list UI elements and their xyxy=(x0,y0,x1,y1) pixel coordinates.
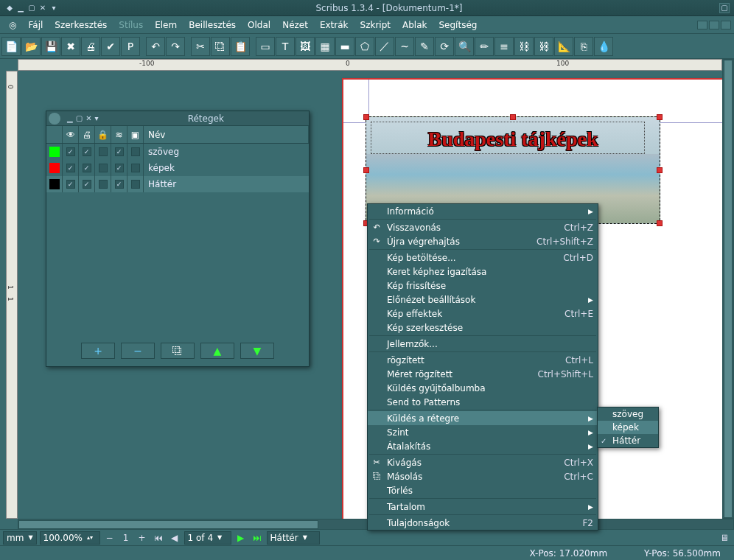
ctx-attributes[interactable]: Jellemzők... xyxy=(368,337,598,351)
shape-button[interactable]: ▬ xyxy=(335,37,354,56)
new-button[interactable]: 📄 xyxy=(1,37,21,56)
nav-last-button[interactable]: ⏭ xyxy=(251,531,264,545)
layer-outline-checkbox[interactable] xyxy=(127,176,144,192)
ctx-level[interactable]: Szint▶ xyxy=(368,425,598,439)
handle-se[interactable] xyxy=(657,220,663,226)
layer-visible-checkbox[interactable]: ✓ xyxy=(63,160,79,176)
select-button[interactable]: ▭ xyxy=(256,37,275,56)
nav-prev-button[interactable]: ◀ xyxy=(168,531,181,545)
page-combo[interactable]: 1 of 4▼ xyxy=(184,531,231,545)
layer-print-checkbox[interactable]: ✓ xyxy=(79,176,95,192)
zoom-button[interactable]: 🔍 xyxy=(455,37,474,56)
layer-lock-checkbox[interactable] xyxy=(95,144,111,160)
edit-contents-button[interactable]: ✏ xyxy=(475,37,494,56)
layer-flow-checkbox[interactable]: ✓ xyxy=(111,160,127,176)
panel-close-icon[interactable]: ✕ xyxy=(85,114,91,122)
layer-flow-checkbox[interactable]: ✓ xyxy=(111,144,127,160)
ctx-content[interactable]: Tartalom▶ xyxy=(368,500,598,514)
ctx-send-to-layer[interactable]: Küldés a rétegre▶ xyxy=(368,411,598,425)
layer-lock-checkbox[interactable] xyxy=(95,160,111,176)
pdf-button[interactable]: P xyxy=(121,37,140,56)
preflight-button[interactable]: ✔ xyxy=(101,37,120,56)
layer-print-checkbox[interactable]: ✓ xyxy=(79,160,95,176)
save-button[interactable]: 💾 xyxy=(41,37,60,56)
handle-e[interactable] xyxy=(657,167,663,173)
table-button[interactable]: ▦ xyxy=(315,37,335,56)
open-button[interactable]: 📂 xyxy=(21,37,41,56)
layer-duplicate-button[interactable]: ⿻ xyxy=(161,343,195,359)
layer-name[interactable]: Háttér xyxy=(144,179,181,189)
ctx-preview-settings[interactable]: Előnézet beállítások▶ xyxy=(368,293,598,307)
polygon-button[interactable]: ⬠ xyxy=(355,37,374,56)
measure-button[interactable]: 📐 xyxy=(554,37,573,56)
redo-button[interactable]: ↷ xyxy=(166,37,185,56)
menu-window[interactable]: Ablak xyxy=(396,18,433,32)
ctx-properties[interactable]: TulajdonságokF2 xyxy=(368,516,598,530)
text-frame-button[interactable]: T xyxy=(276,37,295,56)
menu-file[interactable]: Fájl xyxy=(22,18,49,32)
layers-titlebar[interactable]: ▁ ▢ ✕ ▾ Rétegek xyxy=(46,111,309,126)
layer-visible-checkbox[interactable]: ✓ xyxy=(63,176,79,192)
ctx-send-patterns[interactable]: Send to Patterns xyxy=(368,395,598,409)
ctx-edit-image[interactable]: Kép szerkesztése xyxy=(368,321,598,335)
mdi-close-icon[interactable] xyxy=(721,21,731,29)
layer-name[interactable]: szöveg xyxy=(144,147,184,157)
maximize-icon[interactable]: ▢ xyxy=(27,3,37,13)
ctx-info[interactable]: Információ▶ xyxy=(368,204,598,218)
scrollbar-thumb[interactable] xyxy=(724,60,733,518)
submenu-item-hatter[interactable]: ✓Háttér xyxy=(598,434,658,447)
ctx-convert[interactable]: Átalakítás▶ xyxy=(368,439,598,453)
layer-combo[interactable]: Háttér▼ xyxy=(267,531,320,545)
ctx-cut[interactable]: ✂KivágásCtrl+X xyxy=(368,455,598,469)
menu-item[interactable]: Elem xyxy=(149,18,183,32)
ctx-locked[interactable]: rögzítettCtrl+L xyxy=(368,353,598,367)
minimize-icon[interactable]: ▁ xyxy=(15,3,26,13)
panel-maximize-icon[interactable]: ▢ xyxy=(76,114,83,122)
ctx-delete[interactable]: Törlés xyxy=(368,483,598,497)
mdi-maximize-icon[interactable] xyxy=(709,21,719,29)
layer-down-button[interactable]: ▼ xyxy=(240,343,274,359)
undo-button[interactable]: ↶ xyxy=(146,37,165,56)
handle-n[interactable] xyxy=(510,114,516,120)
monitor-icon[interactable]: 🖥 xyxy=(718,531,731,545)
unit-combo[interactable]: mm▼ xyxy=(3,531,37,545)
freehand-button[interactable]: ✎ xyxy=(415,37,434,56)
layers-panel[interactable]: ▁ ▢ ✕ ▾ Rétegek 👁 🖨 🔒 ≋ ▣ Név ✓ ✓ ✓ szöv… xyxy=(46,111,310,367)
context-menu[interactable]: Információ▶ ↶VisszavonásCtrl+Z ↷Újra vég… xyxy=(367,203,598,531)
layer-outline-checkbox[interactable] xyxy=(127,160,144,176)
close-button[interactable]: ✖ xyxy=(61,37,80,56)
layer-name[interactable]: képek xyxy=(144,163,179,173)
layer-color-swatch[interactable] xyxy=(46,176,63,192)
ctx-send-scrapbook[interactable]: Küldés gyűjtőalbumba xyxy=(368,381,598,395)
layer-visible-checkbox[interactable]: ✓ xyxy=(63,144,79,160)
menu-edit[interactable]: Szerkesztés xyxy=(49,18,113,32)
shade-icon[interactable]: ▾ xyxy=(49,3,59,13)
rotate-button[interactable]: ⟳ xyxy=(435,37,454,56)
close-icon[interactable]: ✕ xyxy=(38,3,48,13)
menu-view[interactable]: Nézet xyxy=(276,18,314,32)
image-frame-button[interactable]: 🖼 xyxy=(296,37,315,56)
print-button[interactable]: 🖨 xyxy=(81,37,100,56)
app-menu-icon[interactable]: ◎ xyxy=(3,18,22,32)
handle-ne[interactable] xyxy=(657,114,663,120)
menu-help[interactable]: Segítség xyxy=(433,18,483,32)
layer-row[interactable]: ✓ ✓ ✓ képek xyxy=(46,160,309,176)
copy-props-button[interactable]: ⎘ xyxy=(574,37,593,56)
layer-flow-checkbox[interactable]: ✓ xyxy=(111,176,127,192)
menu-script[interactable]: Szkript xyxy=(354,18,396,32)
zoom-reset-button[interactable]: 1 xyxy=(119,531,133,545)
scrollbar-thumb[interactable] xyxy=(18,520,318,529)
zoom-combo[interactable]: 100.00%▴▾ xyxy=(40,531,100,545)
panel-shade-icon[interactable]: ▾ xyxy=(95,114,99,122)
ctx-size-locked[interactable]: Méret rögzítettCtrl+Shift+L xyxy=(368,367,598,381)
layer-row[interactable]: ✓ ✓ ✓ Háttér xyxy=(46,176,309,192)
menu-page[interactable]: Oldal xyxy=(242,18,276,32)
ctx-image-effects[interactable]: Kép effektekCtrl+E xyxy=(368,307,598,321)
mdi-minimize-icon[interactable] xyxy=(697,21,707,29)
layer-lock-checkbox[interactable] xyxy=(95,176,111,192)
ctx-copy[interactable]: ⿻MásolásCtrl+C xyxy=(368,469,598,483)
copy-button[interactable]: ⿻ xyxy=(211,37,230,56)
unlink-frames-button[interactable]: ⛓̸ xyxy=(534,37,553,56)
story-editor-button[interactable]: ≡ xyxy=(494,37,514,56)
line-button[interactable]: ／ xyxy=(375,37,394,56)
